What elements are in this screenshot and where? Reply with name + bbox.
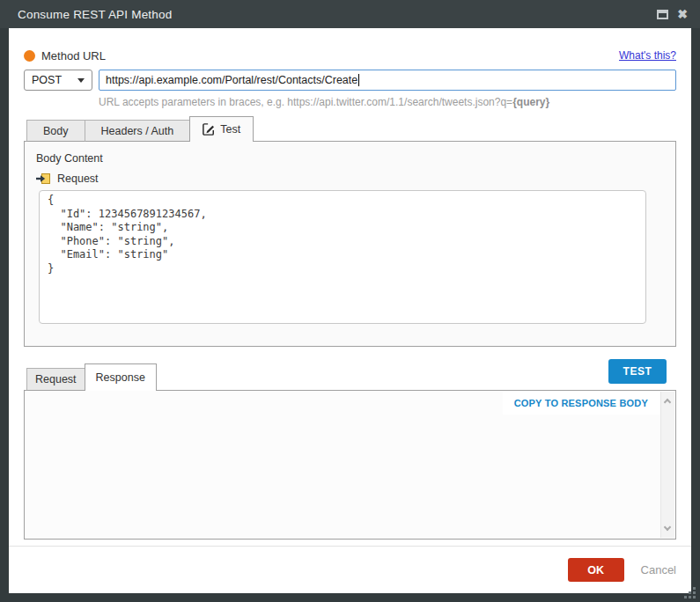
resize-grip[interactable] bbox=[684, 587, 696, 598]
url-hint: URL accepts parameters in braces, e.g. h… bbox=[99, 96, 676, 108]
result-header: Request Response TEST bbox=[24, 357, 676, 390]
edit-icon bbox=[203, 123, 215, 136]
url-hint-bold: {query} bbox=[512, 96, 549, 108]
method-url-row: Method URL What's this? bbox=[24, 48, 676, 63]
dialog-title: Consume REST API Method bbox=[18, 8, 657, 21]
dialog-body: Method URL What's this? POST https://api… bbox=[9, 28, 691, 593]
footer-divider bbox=[9, 546, 691, 547]
http-method-value: POST bbox=[32, 74, 62, 86]
method-param-icon bbox=[24, 50, 35, 62]
request-param-row: Request bbox=[36, 173, 663, 185]
cancel-button[interactable]: Cancel bbox=[641, 563, 676, 576]
scroll-down-icon[interactable] bbox=[664, 524, 671, 531]
main-tabbar: Body Headers / Auth Test bbox=[24, 116, 676, 141]
method-url-label: Method URL bbox=[41, 49, 106, 62]
request-body-text: { "Id": 1234567891234567, "Name": "strin… bbox=[48, 194, 637, 275]
close-icon[interactable]: ✖ bbox=[677, 8, 688, 20]
whats-this-link[interactable]: What's this? bbox=[619, 49, 676, 62]
url-input[interactable]: https://api.example.com/Portal/rest/Cont… bbox=[99, 70, 676, 91]
request-body-editor[interactable]: { "Id": 1234567891234567, "Name": "strin… bbox=[39, 190, 646, 324]
request-param-label: Request bbox=[57, 173, 99, 185]
chevron-down-icon bbox=[77, 78, 85, 83]
tab-response[interactable]: Response bbox=[85, 363, 157, 391]
tab-test[interactable]: Test bbox=[189, 116, 254, 142]
tab-body-label: Body bbox=[43, 125, 69, 137]
scroll-up-icon[interactable] bbox=[664, 399, 671, 406]
tab-request-label: Request bbox=[35, 373, 77, 385]
tab-body[interactable]: Body bbox=[26, 120, 85, 142]
ok-button[interactable]: OK bbox=[568, 558, 624, 582]
response-scrollbar[interactable] bbox=[660, 392, 674, 538]
tab-request[interactable]: Request bbox=[26, 368, 85, 391]
dialog-titlebar: Consume REST API Method ✖ bbox=[0, 0, 700, 28]
response-panel: COPY TO RESPONSE BODY bbox=[24, 390, 676, 540]
test-tab-panel: Body Content Request { "Id": 12345678912… bbox=[24, 141, 676, 347]
url-row: POST https://api.example.com/Portal/rest… bbox=[24, 70, 676, 91]
tab-test-label: Test bbox=[220, 123, 240, 136]
tab-headers-auth-label: Headers / Auth bbox=[101, 125, 174, 137]
input-parameter-icon bbox=[36, 173, 51, 185]
maximize-icon[interactable] bbox=[657, 10, 668, 19]
footer: OK Cancel bbox=[24, 558, 676, 582]
http-method-select[interactable]: POST bbox=[24, 70, 92, 91]
test-button[interactable]: TEST bbox=[608, 359, 667, 384]
body-content-label: Body Content bbox=[36, 152, 663, 165]
url-value: https://api.example.com/Portal/rest/Cont… bbox=[106, 74, 357, 86]
text-cursor bbox=[358, 74, 359, 86]
copy-to-response-body-button[interactable]: COPY TO RESPONSE BODY bbox=[503, 392, 659, 415]
tab-headers-auth[interactable]: Headers / Auth bbox=[85, 120, 191, 142]
tab-response-label: Response bbox=[96, 371, 145, 384]
url-hint-text: URL accepts parameters in braces, e.g. h… bbox=[99, 96, 512, 108]
